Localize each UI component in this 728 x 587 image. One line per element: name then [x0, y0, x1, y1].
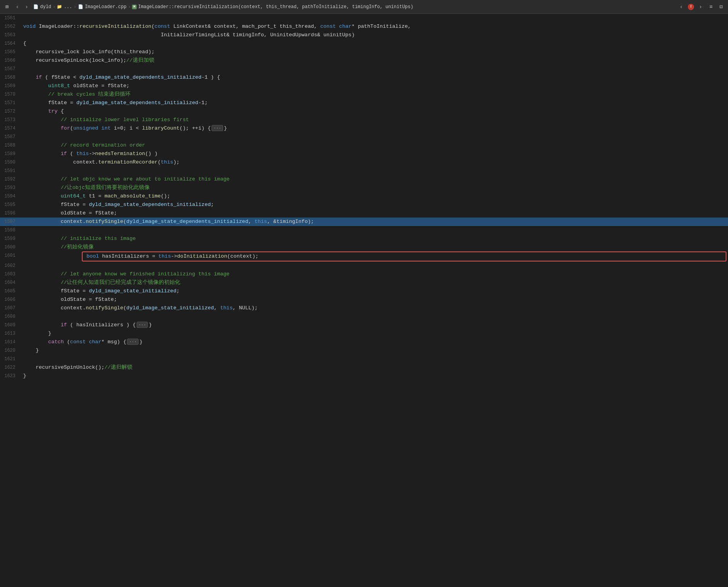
token-plain: ,: [214, 305, 220, 311]
code-line: 1570 // break cycles 结束递归循环: [0, 90, 728, 99]
token-plain: fState =: [23, 202, 89, 207]
token-kw: this: [76, 151, 89, 157]
breadcrumb-folder[interactable]: 📁 ...: [57, 4, 72, 10]
line-content: bool hasInitializers = this->doInitializ…: [82, 251, 726, 261]
line-number: 1600: [0, 243, 20, 251]
token-plain: [23, 83, 48, 89]
code-line: 1571 fState = dyld_image_state_dependent…: [0, 99, 728, 107]
token-plain: -1;: [198, 100, 208, 106]
nav-next-button[interactable]: ›: [696, 3, 705, 11]
token-plain: , NULL);: [233, 305, 258, 311]
line-number: 1597: [0, 218, 20, 226]
token-plain: [23, 280, 61, 285]
token-plain: hasInitializers =: [99, 253, 158, 259]
fold-indicator[interactable]: ···: [127, 339, 139, 345]
code-line: 1622 recursiveSpinUnlock();//递归解锁: [0, 363, 728, 372]
line-content: //让objc知道我们将要初始化此镜像: [20, 184, 728, 192]
fold-indicator[interactable]: ···: [137, 322, 148, 328]
line-content: [20, 14, 728, 22]
grid-icon[interactable]: ⊞: [3, 3, 11, 11]
token-plain: {: [58, 108, 64, 114]
line-content: recursiveSpinUnlock();//递归解锁: [20, 363, 728, 372]
line-number: 1573: [0, 116, 20, 124]
token-plain: ->: [89, 151, 95, 157]
token-kw-ctrl: if: [61, 322, 67, 328]
code-line: 1623}: [0, 372, 728, 380]
line-content: // record termination order: [20, 141, 728, 150]
token-kw: this: [158, 253, 171, 259]
cpp-file-icon: 📄: [78, 4, 83, 9]
token-comment-cn: //让任何人知道我们已经完成了这个镜像的初始化: [61, 280, 180, 285]
code-line: 1608: [0, 312, 728, 321]
breadcrumb-sep-3: ›: [128, 5, 131, 9]
line-content: [20, 65, 728, 73]
token-plain: ;: [176, 288, 179, 294]
line-content: if ( hasInitializers ) {···}: [20, 321, 728, 329]
fold-indicator[interactable]: ···: [212, 125, 223, 131]
token-plain: oldState = fState;: [23, 210, 117, 216]
token-plain: [23, 176, 61, 182]
line-content: [20, 355, 728, 363]
breadcrumb-dyld[interactable]: 📄 dyld: [33, 4, 51, 10]
code-line: 1606 oldState = fState;: [0, 295, 728, 304]
line-number: 1596: [0, 209, 20, 218]
token-plain: [23, 193, 61, 199]
line-number: 1568: [0, 73, 20, 82]
line-content: //初始化镜像: [20, 243, 728, 251]
token-plain: [23, 236, 61, 241]
token-plain: LinkContext& context, mach_port_t this_t…: [170, 24, 320, 29]
token-comment: // record termination order: [61, 142, 145, 148]
token-kw-ctrl: catch: [48, 339, 64, 345]
code-line: 1594 uint64_t t1 = mach_absolute_time();: [0, 192, 728, 201]
breadcrumb-method-label: ImageLoader::recursiveInitialization(con…: [138, 4, 413, 10]
line-number: 1591: [0, 167, 20, 175]
code-line: 1609 if ( hasInitializers ) {···}: [0, 321, 728, 329]
token-light-blue: dyld_image_state_dependents_initialized: [126, 219, 248, 224]
line-number: 1599: [0, 234, 20, 243]
file-icon: 📄: [33, 4, 39, 9]
token-plain: lock_info(this_thread);: [83, 49, 154, 55]
token-light-blue: dyld_image_state_dependents_initialized: [76, 100, 198, 106]
line-content: [20, 312, 728, 321]
token-kw-ctrl: for: [61, 125, 70, 131]
menu-icon[interactable]: ≡: [707, 3, 715, 11]
code-line: 1566 recursiveSpinLock(lock_info);//递归加锁: [0, 56, 728, 65]
line-content: }: [20, 372, 728, 380]
line-number: 1623: [0, 372, 20, 380]
split-editor-icon[interactable]: ⊡: [717, 3, 725, 11]
line-content: uint64_t t1 = mach_absolute_time();: [20, 192, 728, 201]
breadcrumb-method[interactable]: M ImageLoader::recursiveInitialization(c…: [132, 4, 413, 10]
method-icon: M: [132, 5, 136, 9]
token-plain: , &timingInfo);: [267, 219, 314, 224]
line-content: uint8_t oldState = fState;: [20, 82, 728, 90]
line-number: 1574: [0, 124, 20, 133]
token-plain: {: [23, 40, 26, 46]
token-fn: notifySingle: [86, 219, 123, 224]
nav-prev-button[interactable]: ‹: [677, 3, 686, 11]
nav-forward-button[interactable]: ›: [22, 3, 31, 11]
token-kw: this: [220, 305, 232, 311]
line-content: fState = dyld_image_state_initialized;: [20, 287, 728, 295]
line-content: fState = dyld_image_state_dependents_ini…: [20, 99, 728, 107]
line-number: 1564: [0, 39, 20, 48]
token-plain: [23, 142, 61, 148]
line-number: 1592: [0, 175, 20, 184]
line-number: 1622: [0, 363, 20, 372]
breadcrumb-imageloader-cpp[interactable]: 📄 ImageLoader.cpp: [78, 4, 127, 10]
line-number: 1563: [0, 31, 20, 39]
token-plain: }: [23, 331, 51, 336]
line-number: 1608: [0, 312, 20, 321]
nav-back-button[interactable]: ‹: [13, 3, 22, 11]
error-badge: !: [688, 4, 694, 10]
line-content: InitializerTimingList& timingInfo, Unini…: [20, 31, 728, 39]
token-fn: mach_absolute_time: [105, 193, 161, 199]
line-number: 1621: [0, 355, 20, 363]
token-fn: recursiveInitialization: [80, 24, 151, 29]
token-plain: * msg) {: [102, 339, 127, 345]
top-navigation-bar: ⊞ ‹ › 📄 dyld › 📁 ... › 📄 ImageLoader.cpp…: [0, 0, 728, 14]
token-comment-cn: //让objc知道我们将要初始化此镜像: [61, 185, 150, 191]
token-plain: oldState = fState;: [23, 297, 117, 302]
line-content: if ( this->needsTermination() ): [20, 150, 728, 158]
token-plain: ;: [211, 202, 214, 207]
code-line: 1561: [0, 14, 728, 22]
